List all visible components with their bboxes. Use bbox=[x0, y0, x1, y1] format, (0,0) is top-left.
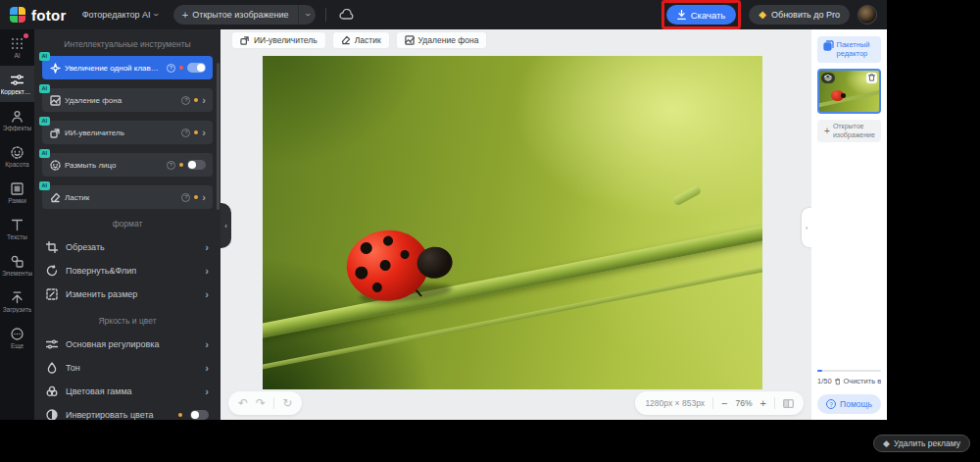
batch-editor-button[interactable]: Пакетный редактор bbox=[817, 36, 881, 63]
canvas-tab-ai-upscaler[interactable]: ИИ-увеличитель bbox=[232, 32, 325, 48]
clear-all-button[interactable]: Очистить все bbox=[843, 377, 881, 385]
help-circle-icon[interactable]: ? bbox=[181, 193, 190, 202]
rail-item-ai[interactable]: AI bbox=[0, 29, 34, 66]
rail-label: Загрузить bbox=[3, 306, 32, 313]
rail-item-adjust[interactable]: Корректир... bbox=[0, 66, 34, 102]
rotate-icon bbox=[46, 265, 58, 277]
download-icon bbox=[677, 10, 686, 20]
color-circles-icon bbox=[46, 385, 58, 397]
tool-eraser[interactable]: AI Ластик ? › bbox=[42, 185, 213, 209]
fotor-logo[interactable]: fotor bbox=[10, 7, 67, 24]
ai-badge: AI bbox=[39, 149, 50, 158]
hot-dot bbox=[194, 195, 198, 199]
rail-item-upload[interactable]: Загрузить bbox=[0, 283, 34, 320]
divider bbox=[774, 397, 775, 409]
compare-icon[interactable] bbox=[783, 399, 794, 408]
canvas-tab-bg-remove[interactable]: Удаление фона bbox=[397, 32, 487, 48]
canvas-tab-label: Удаление фона bbox=[418, 35, 479, 45]
tool-label: Размыть лицо bbox=[65, 161, 163, 170]
rail-item-frames[interactable]: Рамки bbox=[0, 175, 34, 211]
plus-icon: + bbox=[182, 9, 188, 21]
sliders-icon bbox=[11, 74, 24, 86]
rail-label: Элементы bbox=[2, 270, 32, 277]
upload-icon bbox=[11, 291, 24, 304]
top-bar: fotor Фоторедактор AI › + Открытое изобр… bbox=[0, 0, 887, 29]
open-image-button[interactable]: + Открытое изображение › bbox=[173, 5, 316, 25]
blur-face-toggle[interactable] bbox=[187, 160, 206, 170]
tool-rotate-flip[interactable]: Повернуть&Флип › bbox=[44, 259, 211, 282]
help-circle-icon[interactable]: ? bbox=[181, 128, 190, 137]
tool-blur-face[interactable]: AI Размыть лицо ? bbox=[42, 153, 213, 177]
download-label: Скачать bbox=[691, 10, 726, 21]
tool-resize[interactable]: Изменить размер › bbox=[44, 282, 211, 306]
avatar[interactable] bbox=[858, 5, 877, 25]
rail-item-elements[interactable]: Элементы bbox=[0, 247, 34, 283]
sliders-icon bbox=[46, 338, 58, 350]
rail-item-more[interactable]: Еще bbox=[0, 320, 34, 356]
chevron-right-icon: › bbox=[205, 266, 209, 277]
batch-editor-label: Пакетный редактор bbox=[837, 40, 876, 59]
panel-scrollbar[interactable] bbox=[217, 63, 220, 210]
crop-icon bbox=[46, 241, 58, 253]
tool-color-gamma[interactable]: Цветовая гамма › bbox=[44, 380, 211, 403]
layers-icon[interactable] bbox=[821, 73, 835, 83]
delete-image-icon[interactable] bbox=[866, 73, 877, 83]
tool-label: Основная регулировка bbox=[66, 339, 197, 349]
undo-button[interactable]: ↶ bbox=[238, 397, 248, 409]
help-circle-icon[interactable]: ? bbox=[167, 64, 175, 73]
tool-background-remover[interactable]: AI Удаление фона ? › bbox=[42, 88, 213, 112]
usage-counter: 1/50 bbox=[817, 377, 832, 385]
section-header-smart-tools: Интеллектуальные инструменты bbox=[34, 39, 220, 49]
rail-item-beauty[interactable]: Красота bbox=[0, 138, 34, 175]
tool-label: Инвертировать цвета bbox=[66, 410, 171, 420]
zoom-in-button[interactable]: + bbox=[760, 398, 766, 409]
rail-item-text[interactable]: Тексты bbox=[0, 211, 34, 247]
enhance-toggle[interactable] bbox=[187, 63, 206, 73]
tool-one-tap-enhance[interactable]: AI Увеличение одной клавишей ? bbox=[42, 56, 213, 79]
app-mode-menu[interactable]: Фоторедактор AI › bbox=[82, 10, 158, 20]
ai-badge: AI bbox=[39, 117, 50, 126]
cloud-save-button[interactable] bbox=[336, 4, 358, 26]
tool-ai-upscaler[interactable]: AI ИИ-увеличитель ? › bbox=[42, 121, 213, 144]
edited-photo[interactable] bbox=[263, 56, 762, 389]
upgrade-pro-button[interactable]: ◆ Обновить до Pro bbox=[749, 5, 850, 25]
invert-toggle[interactable] bbox=[190, 410, 209, 420]
frame-icon bbox=[11, 182, 24, 195]
tool-invert-colors[interactable]: Инвертировать цвета bbox=[44, 403, 211, 420]
tool-basic-adjust[interactable]: Основная регулировка › bbox=[44, 333, 211, 356]
right-panel: Пакетный редактор + Открытое изображение bbox=[811, 29, 887, 420]
open-image-button-right[interactable]: + Открытое изображение bbox=[817, 120, 881, 143]
chevron-right-icon: › bbox=[205, 289, 209, 300]
help-circle-icon[interactable]: ? bbox=[181, 96, 190, 105]
tool-label: ИИ-увеличитель bbox=[65, 128, 177, 137]
hot-dot bbox=[179, 163, 183, 167]
tool-label: Изменить размер bbox=[66, 289, 197, 299]
canvas-tab-eraser[interactable]: Ластик bbox=[333, 32, 389, 48]
tool-tone[interactable]: Тон › bbox=[44, 356, 211, 380]
zoom-out-button[interactable]: − bbox=[721, 398, 727, 409]
screen: fotor Фоторедактор AI › + Открытое изобр… bbox=[0, 0, 980, 462]
tool-crop[interactable]: Обрезать › bbox=[44, 235, 211, 259]
redo-button[interactable]: ↷ bbox=[256, 397, 266, 409]
right-panel-expand-handle[interactable]: › bbox=[802, 208, 811, 247]
panel-collapse-handle[interactable]: ‹ bbox=[220, 203, 231, 248]
download-button[interactable]: Скачать bbox=[666, 5, 737, 25]
left-rail: AI Корректир... Эффекты Красота Рамки bbox=[0, 29, 34, 420]
plus-icon: + bbox=[824, 127, 830, 136]
chevron-down-icon: › bbox=[151, 13, 161, 16]
grass-stem-node bbox=[672, 184, 703, 206]
tool-label: Обрезать bbox=[66, 242, 197, 252]
image-thumbnail[interactable] bbox=[817, 69, 881, 114]
chevron-right-icon: › bbox=[205, 242, 209, 253]
remove-ads-button[interactable]: ◆ Удалить рекламу bbox=[873, 435, 970, 452]
section-header-color: Яркость и цвет bbox=[34, 316, 220, 326]
open-image-dropdown[interactable]: › bbox=[298, 5, 316, 25]
help-circle-icon[interactable]: ? bbox=[167, 161, 175, 170]
zoom-level: 76% bbox=[736, 398, 753, 408]
canvas-toolbar: ИИ-увеличитель Ластик Удаление фона bbox=[232, 32, 486, 48]
help-button[interactable]: ? Помощь bbox=[817, 394, 881, 414]
rail-item-effects[interactable]: Эффекты bbox=[0, 102, 34, 138]
ai-badge: AI bbox=[39, 84, 50, 93]
history-button[interactable]: ↻ bbox=[282, 397, 292, 409]
help-label: Помощь bbox=[840, 399, 872, 409]
